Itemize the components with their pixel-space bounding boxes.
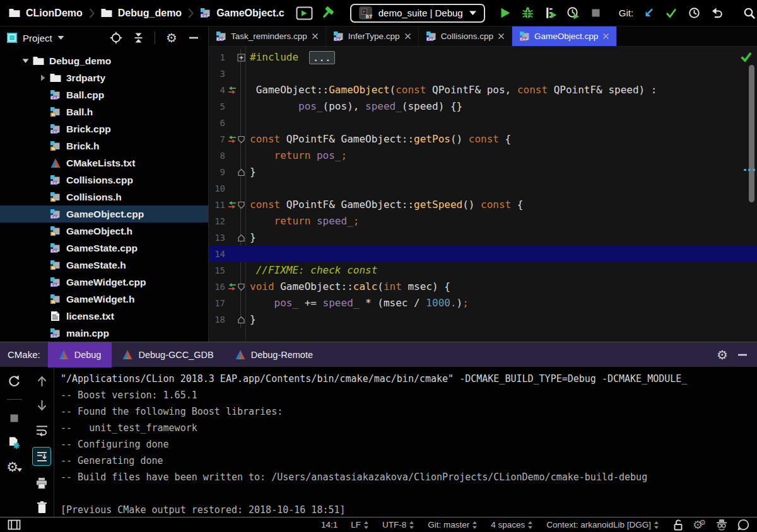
code-line[interactable]: 13}: [209, 229, 757, 246]
cmake-profile-tab-debug-remote[interactable]: Debug-Remote: [225, 342, 324, 367]
project-view-selector[interactable]: Project: [6, 32, 64, 43]
cmake-settings-gear-icon[interactable]: ⚙: [717, 349, 728, 361]
event-log-icon[interactable]: [737, 519, 749, 531]
collapse-all-button[interactable]: [130, 30, 146, 46]
editor-tab-gameobject-cpp[interactable]: C++GameObject.cpp: [512, 26, 617, 46]
cmake-profile-tab-debug[interactable]: Debug: [48, 342, 112, 367]
coverage-button[interactable]: [542, 4, 560, 22]
tree-item-main-cpp[interactable]: C++main.cpp: [0, 325, 208, 342]
fold-end-icon[interactable]: [237, 234, 245, 242]
status-item-context-arkanoidlib-dgg-[interactable]: Context: arkanoidLib [DGG]: [546, 520, 659, 529]
profile-button[interactable]: [565, 4, 582, 22]
scroll-to-end-button[interactable]: [32, 447, 51, 466]
close-tab-icon[interactable]: [312, 33, 319, 40]
console-output[interactable]: "/Applications/CLion 2018.3 EAP.app/Cont…: [54, 367, 757, 517]
code-line[interactable]: 1#include ...: [209, 49, 757, 66]
git-rollback-button[interactable]: [708, 4, 725, 22]
git-history-button[interactable]: [685, 4, 703, 22]
nav-arrows-icon[interactable]: [226, 135, 237, 144]
editor-tab-collisions-cpp[interactable]: C++Collisions.cpp: [419, 26, 512, 46]
unlock-icon[interactable]: [673, 519, 683, 531]
stop-button[interactable]: [587, 4, 605, 22]
hide-cmake-panel-icon[interactable]: [738, 354, 747, 356]
tree-item-gameobject-cpp[interactable]: C++GameObject.cpp: [0, 205, 208, 223]
tree-item-ball-cpp[interactable]: C++Ball.cpp: [0, 86, 208, 103]
code-line[interactable]: 12 return speed_;: [209, 213, 757, 229]
tree-item-gamewidget-h[interactable]: HGameWidget.h: [0, 291, 208, 308]
tree-item-collisions-h[interactable]: HCollisions.h: [0, 188, 208, 205]
status-item-14-1[interactable]: 14:1: [321, 520, 337, 529]
search-everywhere-button[interactable]: [741, 4, 757, 22]
tree-expander-icon[interactable]: [19, 57, 32, 65]
tree-item-debug-demo[interactable]: Debug_demo: [0, 52, 208, 69]
open-cmakelists-button[interactable]: [6, 435, 23, 450]
tree-item-3rdparty[interactable]: 3rdparty: [0, 69, 208, 86]
hide-panel-button[interactable]: [185, 30, 202, 46]
tree-item-gamestate-h[interactable]: HGameState.h: [0, 257, 208, 274]
tree-item-gameobject-h[interactable]: HGameObject.h: [0, 223, 208, 240]
code-line[interactable]: 6: [209, 115, 757, 131]
fold-end-icon[interactable]: [237, 168, 245, 176]
code-line[interactable]: 4 GameObject::GameObject(const QPointF& …: [209, 82, 757, 98]
code-line[interactable]: 11const QPointF& GameObject::getSpeed() …: [209, 197, 757, 213]
folded-region[interactable]: ...: [309, 51, 335, 64]
breadcrumb-item[interactable]: CLionDemo: [9, 8, 83, 19]
run-anything-button[interactable]: [296, 4, 314, 22]
nav-arrows-icon[interactable]: [226, 282, 237, 291]
tree-item-brick-h[interactable]: HBrick.h: [0, 137, 208, 154]
tree-item-gamestate-cpp[interactable]: C++GameState.cpp: [0, 240, 208, 257]
fold-end-icon[interactable]: [237, 316, 245, 324]
close-tab-icon[interactable]: [498, 33, 505, 40]
close-tab-icon[interactable]: [602, 33, 609, 40]
build-button[interactable]: [319, 4, 336, 22]
close-tab-icon[interactable]: [404, 33, 411, 40]
git-update-project-button[interactable]: [640, 4, 657, 22]
tree-item-cmakelists-txt[interactable]: CMakeLists.txt: [0, 154, 208, 171]
locate-file-button[interactable]: [108, 30, 124, 46]
fold-start-icon[interactable]: [237, 201, 245, 209]
editor-tab-task-reminders-cpp[interactable]: C++Task_reminders.cpp: [209, 26, 326, 46]
code-line[interactable]: 18}: [209, 311, 757, 328]
code-line[interactable]: 5 pos_(pos), speed_(speed) {}: [209, 98, 757, 115]
tree-item-license-txt[interactable]: license.txt: [0, 308, 208, 325]
run-button[interactable]: [496, 4, 514, 22]
toolwindow-toggle-icon[interactable]: [8, 519, 21, 530]
editor-tab-infertype-cpp[interactable]: C++InferType.cpp: [326, 26, 419, 46]
rerun-cmake-button[interactable]: [6, 373, 23, 388]
debug-button[interactable]: [519, 4, 537, 22]
prev-message-button[interactable]: [33, 373, 50, 388]
tree-item-brick-cpp[interactable]: C++Brick.cpp: [0, 120, 208, 137]
next-message-button[interactable]: [33, 398, 50, 413]
code-line[interactable]: 15 //FIXME: check const: [209, 262, 757, 279]
status-item-lf[interactable]: LF: [351, 520, 369, 529]
breadcrumb-item[interactable]: C++GameObject.c: [200, 8, 285, 19]
code-line[interactable]: 14: [209, 246, 757, 262]
fold-start-icon[interactable]: [237, 136, 245, 144]
cmake-profile-tab-debug-gcc-gdb[interactable]: Debug-GCC_GDB: [112, 342, 224, 367]
tree-item-ball-h[interactable]: HBall.h: [0, 103, 208, 120]
git-commit-button[interactable]: [662, 4, 680, 22]
soft-wrap-button[interactable]: [33, 422, 50, 437]
cmake-settings-button[interactable]: ⚙: [6, 460, 23, 475]
clear-all-button[interactable]: [33, 500, 50, 515]
nav-arrows-icon[interactable]: [226, 200, 237, 209]
tree-expander-icon[interactable]: [36, 74, 49, 82]
privacy-icon[interactable]: [715, 519, 728, 531]
code-editor[interactable]: 1#include ...34 GameObject::GameObject(c…: [209, 47, 757, 342]
status-item-utf-8[interactable]: UTF-8: [382, 520, 414, 529]
stop-cmake-button[interactable]: [6, 410, 23, 425]
print-button[interactable]: [33, 475, 50, 490]
panel-settings-button[interactable]: ⚙: [163, 30, 180, 46]
fold-plus-icon[interactable]: [237, 54, 245, 62]
code-line[interactable]: 7const QPointF& GameObject::getPos() con…: [209, 131, 757, 147]
nav-arrows-icon[interactable]: [226, 86, 237, 95]
background-tasks-icon[interactable]: ⚙⚙: [693, 519, 706, 531]
run-configuration-select[interactable]: BT demo_suite | Debug: [350, 4, 485, 23]
tree-item-gamewidget-cpp[interactable]: C++GameWidget.cpp: [0, 274, 208, 291]
code-line[interactable]: 16void GameObject::calc(int msec) {: [209, 279, 757, 295]
code-line[interactable]: 9}: [209, 164, 757, 180]
fold-start-icon[interactable]: [237, 283, 245, 291]
code-line[interactable]: 10: [209, 180, 757, 197]
code-line[interactable]: 17 pos_ += speed_ * (msec / 1000.);: [209, 295, 757, 311]
status-item-4-spaces[interactable]: 4 spaces: [491, 520, 533, 529]
